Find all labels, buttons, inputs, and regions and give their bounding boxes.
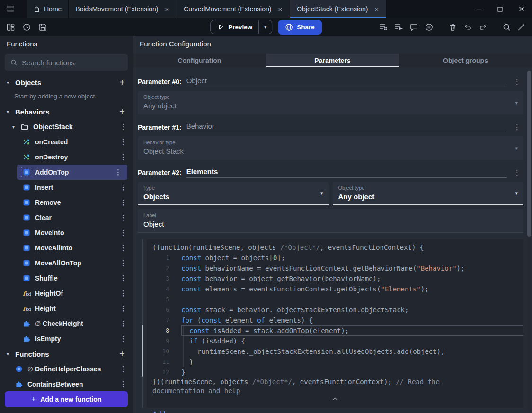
tab-home[interactable]: Home	[27, 0, 69, 18]
add-new-function-button[interactable]: + Add a new function	[5, 391, 128, 407]
function-item-ondestroy[interactable]: onDestroy⋮	[0, 149, 133, 165]
events-list-button[interactable]	[377, 20, 390, 34]
add-icon[interactable]: +	[119, 106, 125, 117]
add-icon[interactable]: +	[119, 77, 125, 88]
code-line[interactable]: 5	[147, 294, 523, 305]
tab-close-icon[interactable]: ×	[277, 5, 283, 14]
function-item-moveallontop[interactable]: MoveAllOnTop⋮	[0, 255, 133, 271]
kebab-menu-icon[interactable]: ⋮	[120, 319, 127, 328]
kebab-menu-icon[interactable]: ⋮	[120, 274, 127, 282]
code-line[interactable]: documentation and help	[147, 387, 523, 395]
preview-button[interactable]: Preview	[211, 20, 258, 34]
code-line[interactable]: 2const behaviorName = eventsFunctionCont…	[147, 263, 523, 273]
kebab-menu-icon[interactable]: ⋮	[120, 259, 127, 267]
parameter-2-object-type-dropdown[interactable]: Object type Any object ▾	[333, 182, 524, 205]
kebab-menu-icon[interactable]: ⋮	[120, 123, 127, 131]
function-item-heightof[interactable]: f(x)HeightOf⋮	[0, 286, 133, 301]
minimize-button[interactable]	[468, 0, 489, 18]
function-item-moveallinto[interactable]: MoveAllInto⋮	[0, 240, 133, 255]
function-item-moveinto[interactable]: MoveInto⋮	[0, 225, 133, 240]
kebab-menu-icon[interactable]: ⋮	[120, 244, 127, 252]
code-line[interactable]: 6const stack = behavior._objectStackExte…	[147, 305, 523, 315]
kebab-menu-icon[interactable]: ⋮	[120, 153, 127, 161]
parameter-2-type-dropdown[interactable]: Type Objects ▾	[138, 182, 329, 205]
remote-preview-button[interactable]	[392, 20, 405, 34]
code-line[interactable]: 9if (isAdded) {	[147, 336, 523, 346]
function-item-clear[interactable]: Clear⋮	[0, 210, 133, 225]
maximize-button[interactable]	[489, 0, 511, 18]
parameter-0-name-field[interactable]: Object	[186, 77, 507, 87]
parameter-1-behavior-type-dropdown[interactable]: Behavior type Object Stack ▾	[138, 136, 523, 160]
kebab-menu-icon[interactable]: ⋮	[514, 78, 521, 87]
kebab-menu-icon[interactable]: ⋮	[120, 304, 127, 313]
panels-layout-button[interactable]	[4, 20, 17, 34]
function-item-definehelperclasses[interactable]: ∅ DefineHelperClasses⋮	[0, 361, 133, 377]
kebab-menu-icon[interactable]: ⋮	[115, 168, 122, 176]
function-item-isempty[interactable]: IsEmpty⋮	[0, 331, 133, 346]
panel-scrollbar-thumb[interactable]	[527, 71, 531, 237]
code-line[interactable]: })(runtimeScene, objects /*Object*/, eve…	[147, 378, 523, 387]
chevron-down-icon[interactable]: ▾	[12, 124, 20, 130]
code-line[interactable]: 8const isAdded = stack.addOnTop(element)…	[147, 325, 523, 336]
code-line[interactable]: 10runtimeScene._objectStackExtension.all…	[147, 346, 523, 357]
function-item-addontop[interactable]: AddOnTop⋮	[17, 165, 127, 180]
panel-scrollbar[interactable]	[527, 71, 532, 411]
history-button[interactable]	[20, 20, 33, 34]
hamburger-menu-button[interactable]	[0, 0, 21, 18]
chevron-down-icon[interactable]: ▾	[7, 80, 14, 85]
section-functions[interactable]: ▾Functions+	[0, 346, 133, 361]
group-objectstack[interactable]: ▾ObjectStack⋮	[0, 119, 133, 134]
kebab-menu-icon[interactable]: ⋮	[120, 183, 127, 192]
kebab-menu-icon[interactable]: ⋮	[120, 138, 127, 146]
kebab-menu-icon[interactable]: ⋮	[120, 365, 127, 373]
kebab-menu-icon[interactable]: ⋮	[120, 198, 127, 207]
function-item-checkheight[interactable]: ∅ CheckHeight⋮	[0, 316, 133, 331]
javascript-code-editor[interactable]: (function(runtimeScene, objects /*Object…	[147, 239, 523, 408]
kebab-menu-icon[interactable]: ⋮	[514, 123, 521, 132]
extension-edit-button[interactable]	[515, 20, 528, 34]
function-item-insert[interactable]: Insert⋮	[0, 180, 133, 195]
chevron-down-icon[interactable]: ▾	[7, 351, 14, 357]
section-behaviors[interactable]: ▾Behaviors+	[0, 104, 133, 119]
add-circle-button[interactable]	[422, 20, 435, 34]
kebab-menu-icon[interactable]: ⋮	[120, 213, 127, 222]
fold-toggle[interactable]	[147, 397, 523, 401]
undo-button[interactable]	[461, 20, 474, 34]
function-item-shuffle[interactable]: Shuffle⋮	[0, 271, 133, 286]
tab-curvedmovement-extension[interactable]: CurvedMovement (Extension)×	[177, 0, 290, 18]
save-button[interactable]	[36, 20, 49, 34]
close-button[interactable]	[511, 0, 532, 18]
delete-button[interactable]	[446, 20, 459, 34]
parameter-0-type-dropdown[interactable]: Object type Any object ▾	[138, 91, 523, 114]
share-button[interactable]: Share	[278, 20, 322, 35]
code-line[interactable]: 12}	[147, 367, 523, 378]
function-item-height[interactable]: f(x)Height⋮	[0, 301, 133, 316]
function-item-remove[interactable]: Remove⋮	[0, 195, 133, 210]
tab-parameters[interactable]: Parameters	[266, 54, 399, 67]
code-line[interactable]: (function(runtimeScene, objects /*Object…	[147, 242, 523, 253]
tab-object-groups[interactable]: Object groups	[399, 54, 532, 67]
code-scrollbar-thumb[interactable]	[142, 325, 143, 377]
code-line[interactable]: 1const object = objects[0];	[147, 253, 523, 263]
tab-boidsmovement-extension[interactable]: BoidsMovement (Extension)×	[69, 0, 177, 18]
tab-objectstack-extension[interactable]: ObjectStack (Extension)×	[290, 0, 387, 18]
function-item-containsbetween[interactable]: ContainsBetween⋮	[0, 377, 133, 391]
parameter-2-label-field[interactable]: Label Object	[138, 209, 523, 233]
code-line[interactable]: 4const elements = eventsFunctionContext.…	[147, 284, 523, 294]
preview-options-button[interactable]: ▾	[258, 20, 272, 34]
code-line[interactable]: 7for (const element of elements) {	[147, 315, 523, 325]
tab-close-icon[interactable]: ×	[164, 5, 170, 14]
function-item-oncreated[interactable]: onCreated⋮	[0, 134, 133, 149]
kebab-menu-icon[interactable]: ⋮	[120, 334, 127, 343]
clipped-add-button[interactable]: Add	[152, 410, 165, 413]
kebab-menu-icon[interactable]: ⋮	[120, 289, 127, 298]
section-objects[interactable]: ▾Objects+	[0, 75, 133, 90]
redo-button[interactable]	[476, 20, 489, 34]
comment-button[interactable]	[407, 20, 420, 34]
kebab-menu-icon[interactable]: ⋮	[120, 380, 127, 388]
kebab-menu-icon[interactable]: ⋮	[514, 168, 521, 178]
kebab-menu-icon[interactable]: ⋮	[120, 228, 127, 237]
add-icon[interactable]: +	[119, 349, 125, 360]
search-input[interactable]	[22, 59, 123, 67]
code-line[interactable]: 3const behavior = object.getBehavior(beh…	[147, 273, 523, 284]
